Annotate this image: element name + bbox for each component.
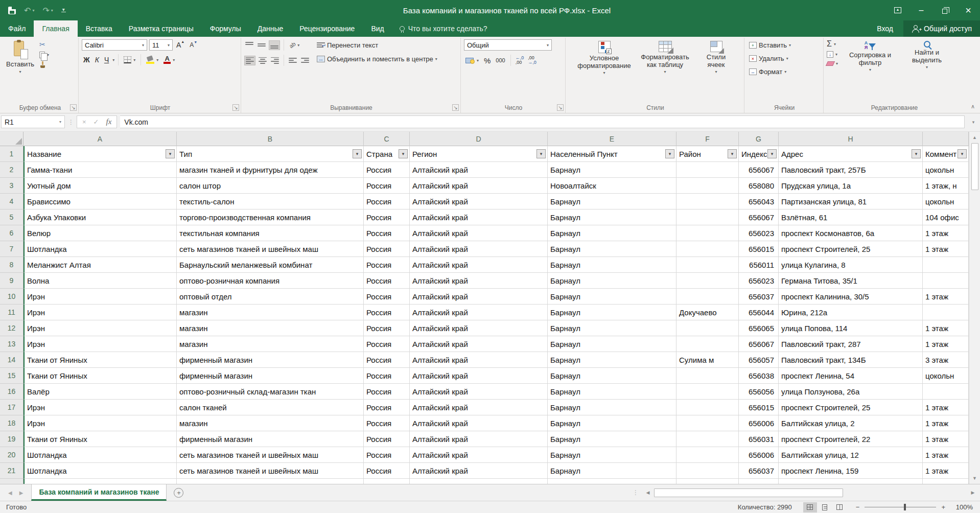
cell[interactable]: сеть магазинов тканей и швейных маш xyxy=(177,241,364,257)
next-sheet-icon[interactable]: ▶ xyxy=(19,490,24,496)
cell[interactable]: проспект Ленина, 159 xyxy=(779,463,923,479)
cell[interactable] xyxy=(676,431,739,447)
cell[interactable]: Барнаул xyxy=(548,431,676,447)
filter-button[interactable]: ▾ xyxy=(166,149,175,158)
row-number[interactable]: 19 xyxy=(0,431,24,447)
cell[interactable]: Россия xyxy=(364,194,410,209)
dialog-launcher-icon[interactable]: ↘ xyxy=(232,104,239,111)
cell[interactable] xyxy=(676,178,739,194)
redo-button[interactable]: ↷▾ xyxy=(42,6,53,15)
tell-me-box[interactable]: Что вы хотите сделать? xyxy=(392,20,495,37)
increase-decimal-button[interactable]: ←,0,00 xyxy=(515,55,525,65)
cell[interactable]: магазин xyxy=(177,415,364,431)
cell[interactable] xyxy=(676,320,739,336)
cell[interactable]: Шотландка xyxy=(24,241,177,257)
row-number[interactable]: 14 xyxy=(0,352,24,368)
header-cell[interactable]: Индекс▾ xyxy=(739,146,779,162)
cell[interactable]: Германа Титова, 35/1 xyxy=(779,273,923,289)
cell[interactable]: Россия xyxy=(364,463,410,479)
row-number[interactable]: 11 xyxy=(0,305,24,320)
orientation-button[interactable]: ab▾ xyxy=(288,41,301,49)
bold-button[interactable]: Ж xyxy=(82,55,91,64)
cell[interactable]: Барнаул xyxy=(548,352,676,368)
row-number[interactable]: 15 xyxy=(0,368,24,384)
cell[interactable]: Барнаул xyxy=(548,273,676,289)
cancel-icon[interactable]: × xyxy=(82,118,86,126)
cell[interactable]: Балтийская улица, 12 xyxy=(779,447,923,463)
insert-cells-button[interactable]: +Вставить▾ xyxy=(748,40,792,50)
formula-input[interactable]: Vk.com xyxy=(120,115,965,128)
cell[interactable] xyxy=(923,273,969,289)
italic-button[interactable]: К xyxy=(94,55,101,64)
cell[interactable]: Алтайский край xyxy=(410,257,548,273)
cell[interactable]: Ирэн xyxy=(24,289,177,305)
scroll-up-icon[interactable]: ▲ xyxy=(972,133,977,142)
cell[interactable]: Россия xyxy=(364,241,410,257)
cell[interactable]: Барнаул xyxy=(548,289,676,305)
cell[interactable]: Барнаул xyxy=(548,368,676,384)
column-header-F[interactable]: F xyxy=(676,132,739,146)
column-header-E[interactable]: E xyxy=(548,132,676,146)
column-header-H[interactable]: H xyxy=(779,132,923,146)
header-cell[interactable]: Адрес▾ xyxy=(779,146,923,162)
cell[interactable]: Ирэн xyxy=(24,305,177,320)
cell[interactable]: Барнаул xyxy=(548,194,676,209)
cell[interactable]: 1 этаж xyxy=(923,289,969,305)
cell[interactable] xyxy=(923,257,969,273)
cell[interactable] xyxy=(676,463,739,479)
cell[interactable]: улица Ползунова, 26а xyxy=(779,384,923,400)
cell[interactable]: Шотландка xyxy=(24,463,177,479)
cell[interactable]: улица Попова, 114 xyxy=(779,320,923,336)
accounting-format-button[interactable]: ▾ xyxy=(464,56,480,65)
cell[interactable]: 656031 xyxy=(739,431,779,447)
align-right-button[interactable] xyxy=(270,56,280,65)
cell[interactable]: 1 этаж xyxy=(923,415,969,431)
chevron-down-icon[interactable]: ▾ xyxy=(51,8,53,13)
cell[interactable]: Докучаево xyxy=(676,305,739,320)
cell[interactable]: Балтийская улица, 2 xyxy=(779,415,923,431)
header-cell[interactable]: Район▾ xyxy=(676,146,739,162)
cell[interactable]: проспект Строителей, 25 xyxy=(779,241,923,257)
cell[interactable]: Партизанская улица, 81 xyxy=(779,194,923,209)
cell[interactable] xyxy=(676,336,739,352)
cell[interactable]: Ирэн xyxy=(24,400,177,415)
header-cell[interactable]: Тип▾ xyxy=(177,146,364,162)
cell[interactable]: Ткани от Яниных xyxy=(24,352,177,368)
cell[interactable]: магазин xyxy=(177,305,364,320)
cell[interactable]: 656037 xyxy=(739,463,779,479)
filter-button[interactable]: ▾ xyxy=(728,149,737,158)
cell[interactable]: Барнаул xyxy=(548,479,676,484)
cell[interactable]: 1 этаж xyxy=(923,479,969,484)
cell[interactable]: Юрина, 212а xyxy=(779,305,923,320)
merge-center-button[interactable]: ↔ Объединить и поместить в центре ▾ xyxy=(315,54,439,64)
cell[interactable]: цокольн xyxy=(923,368,969,384)
cell[interactable] xyxy=(676,194,739,209)
cell[interactable]: оптовый отдел xyxy=(177,289,364,305)
cell[interactable]: салон штор xyxy=(177,178,364,194)
cell[interactable]: Алтайский край xyxy=(410,273,548,289)
cell[interactable] xyxy=(676,384,739,400)
page-layout-view-button[interactable] xyxy=(818,502,832,512)
cell[interactable]: салон тканей xyxy=(177,400,364,415)
filter-button[interactable]: ▾ xyxy=(536,149,546,158)
cell[interactable]: Россия xyxy=(364,352,410,368)
cell[interactable]: Алтайский край xyxy=(410,384,548,400)
row-number[interactable]: 4 xyxy=(0,194,24,209)
cell[interactable]: 656006 xyxy=(739,415,779,431)
cell[interactable]: текстильная компания xyxy=(177,225,364,241)
cell[interactable]: Новоалтайск xyxy=(548,178,676,194)
row-number[interactable]: 6 xyxy=(0,225,24,241)
tab-insert[interactable]: Вставка xyxy=(78,20,121,37)
row-number[interactable]: 18 xyxy=(0,415,24,431)
row-number[interactable]: 8 xyxy=(0,257,24,273)
cell[interactable]: Гамма-ткани xyxy=(24,162,177,178)
row-number[interactable]: 12 xyxy=(0,320,24,336)
cell[interactable]: Алтайский край xyxy=(410,241,548,257)
cell[interactable]: 656006 xyxy=(739,447,779,463)
row-number[interactable]: 13 xyxy=(0,336,24,352)
dialog-launcher-icon[interactable]: ↘ xyxy=(557,104,564,111)
cell[interactable]: 1 этаж xyxy=(923,241,969,257)
cell[interactable]: Барнаул xyxy=(548,384,676,400)
tab-home[interactable]: Главная xyxy=(34,20,77,37)
cell[interactable]: Валёр xyxy=(24,384,177,400)
